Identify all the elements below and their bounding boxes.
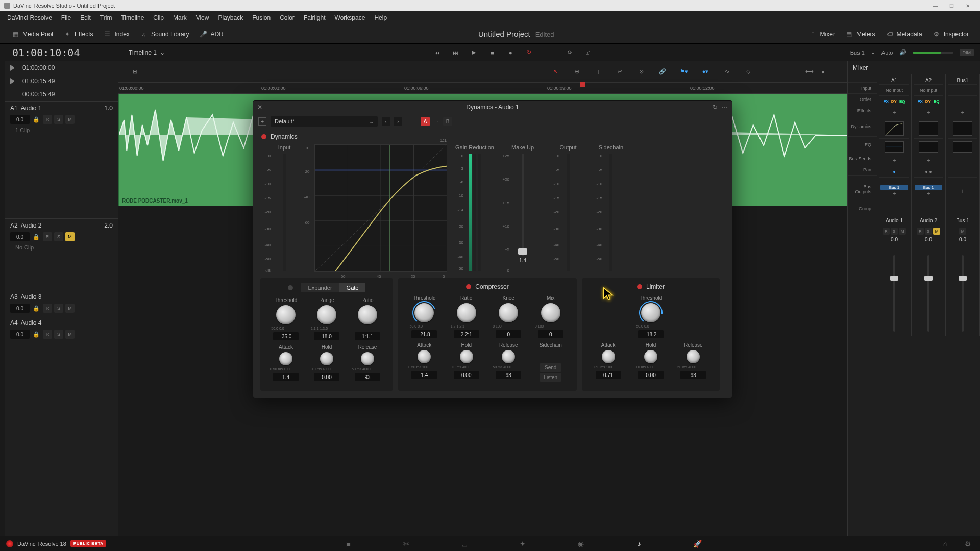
inspector-button[interactable]: ⚙Inspector	[927, 28, 974, 40]
link-tool[interactable]: 🔗	[656, 66, 669, 78]
pan-control[interactable]: ●	[879, 168, 909, 176]
stop-button[interactable]: ■	[486, 47, 498, 58]
track-header-a1[interactable]: A1 Audio 11.0 0.0 🔒 R S M 1 Clip	[5, 101, 118, 218]
timeline-selector[interactable]: Timeline 1⌄	[118, 49, 175, 56]
mute-button[interactable]: M	[65, 232, 75, 241]
fade-tool[interactable]: ◇	[742, 66, 754, 78]
add-preset-button[interactable]: +	[258, 117, 266, 126]
preset-next-button[interactable]: ›	[394, 117, 402, 126]
preset-select[interactable]: Default*⌄	[271, 116, 378, 127]
meters-button[interactable]: ▤Meters	[840, 28, 880, 40]
solo-button[interactable]: S	[54, 232, 63, 241]
lim-release-knob[interactable]	[687, 350, 700, 363]
limiter-enable-toggle[interactable]	[637, 284, 642, 289]
lim-threshold-knob[interactable]	[641, 303, 660, 322]
timeline-ruler[interactable]: 01:00:00:00 01:00:03:00 01:00:06:00 01:0…	[118, 83, 847, 94]
preset-prev-button[interactable]: ‹	[382, 117, 390, 126]
deliver-page-button[interactable]: 🚀	[691, 538, 703, 550]
reset-button[interactable]: ↻	[713, 104, 718, 111]
zoom-fit-button[interactable]: ⟷	[803, 66, 816, 78]
menu-fairlight[interactable]: Fairlight	[300, 12, 330, 23]
makeup-value[interactable]: 1.4	[519, 258, 526, 263]
fairlight-page-button[interactable]: ♪	[633, 538, 645, 550]
comp-hold-knob[interactable]	[460, 350, 473, 363]
close-button[interactable]: ✕	[960, 1, 976, 10]
timeline-view-button[interactable]: ⊞	[129, 66, 141, 78]
solo-button[interactable]: S	[54, 304, 63, 313]
sidechain-listen-button[interactable]: Listen	[540, 373, 561, 382]
menu-color[interactable]: Color	[276, 12, 299, 23]
zoom-slider[interactable]: ●────	[825, 66, 837, 78]
lock-icon[interactable]: 🔒	[32, 304, 41, 313]
index-button[interactable]: ☰Index	[99, 28, 135, 40]
comp-threshold-knob[interactable]	[414, 303, 434, 322]
sidechain-send-button[interactable]: Send	[540, 363, 561, 372]
menu-fusion[interactable]: Fusion	[248, 12, 275, 23]
dynamics-curve-graph[interactable]: 1:1 0 -20 -40 -60 -60 -40 -20 0	[314, 144, 447, 272]
menu-mark[interactable]: Mark	[169, 12, 191, 23]
menu-file[interactable]: File	[57, 12, 75, 23]
loop-button[interactable]: ↻	[523, 47, 534, 58]
speaker-icon[interactable]: 🔊	[899, 49, 906, 56]
solo-button[interactable]: S	[54, 115, 63, 124]
modal-menu-button[interactable]: ⋯	[722, 104, 728, 111]
arm-button[interactable]: R	[43, 232, 52, 241]
comp-knee-knob[interactable]	[499, 303, 518, 322]
mute-button[interactable]: M	[65, 330, 75, 339]
mixer-channel-bus1[interactable]: Bus1 + + Bus 1 M 0.0	[946, 74, 980, 336]
add-effect-button[interactable]: +	[879, 108, 909, 117]
modal-titlebar[interactable]: ✕ Dynamics - Audio 1 ↻⋯	[253, 101, 732, 114]
eq-graph[interactable]	[885, 141, 904, 153]
fusion-page-button[interactable]: ✦	[517, 538, 529, 550]
project-settings-button[interactable]: ⚙	[962, 538, 974, 550]
auto-label[interactable]: Auto	[881, 49, 893, 56]
menu-trim[interactable]: Trim	[96, 12, 116, 23]
track-header-a3[interactable]: A3 Audio 3 0.0 🔒 R S M	[5, 290, 118, 316]
comp-ratio-knob[interactable]	[457, 303, 476, 322]
bus-output[interactable]: Bus 1	[880, 185, 908, 190]
adr-button[interactable]: 🎤ADR	[194, 28, 229, 40]
waveform-tool[interactable]: ∿	[721, 66, 733, 78]
volume-slider[interactable]	[913, 52, 953, 54]
gate-hold-knob[interactable]	[320, 352, 333, 365]
dynamics-graph[interactable]	[885, 121, 904, 136]
mixer-channel-a1[interactable]: A1 No Input FXDYEQ + + ● Bus 1+ Audio 1 …	[877, 74, 912, 336]
home-button[interactable]: ⌂	[939, 538, 951, 550]
snap-tool[interactable]: ⊙	[635, 66, 647, 78]
gate-attack-knob[interactable]	[279, 352, 292, 365]
menu-edit[interactable]: Edit	[76, 12, 95, 23]
razor-tool[interactable]: ✂	[614, 66, 626, 78]
ab-copy-icon[interactable]: →	[434, 119, 439, 124]
range-tool[interactable]: ⊕	[571, 66, 583, 78]
solo-button[interactable]: S	[54, 330, 63, 339]
menu-clip[interactable]: Clip	[149, 12, 168, 23]
bus-selector[interactable]: Bus 1	[850, 49, 865, 56]
track-volume[interactable]: 0.0	[10, 330, 30, 339]
menu-davinci[interactable]: DaVinci Resolve	[3, 12, 56, 23]
marker-tool[interactable]: ●▾	[699, 66, 712, 78]
rewind-button[interactable]: ⏮	[431, 47, 443, 58]
compressor-enable-toggle[interactable]	[466, 284, 471, 289]
gate-range-knob[interactable]	[317, 305, 336, 324]
comp-release-knob[interactable]	[502, 350, 515, 363]
lim-hold-knob[interactable]	[644, 350, 657, 363]
channel-fader[interactable]	[927, 255, 929, 332]
channel-fader[interactable]	[962, 255, 964, 332]
track-volume[interactable]: 0.0	[10, 115, 30, 124]
minimize-button[interactable]: —	[927, 1, 943, 10]
track-header-a4[interactable]: A4 Audio 4 0.0 🔒 R S M	[5, 316, 118, 342]
media-page-button[interactable]: ▣	[342, 538, 354, 550]
expgate-enable-toggle[interactable]	[288, 285, 293, 290]
gate-tab[interactable]: Gate	[339, 283, 366, 292]
dynamics-modal[interactable]: ✕ Dynamics - Audio 1 ↻⋯ + Default*⌄ ‹ › …	[253, 100, 732, 398]
metadata-button[interactable]: 🏷Metadata	[880, 28, 927, 40]
lim-attack-knob[interactable]	[602, 350, 615, 363]
automation-button[interactable]: ⟳	[564, 47, 575, 58]
record-button[interactable]: ●	[505, 47, 516, 58]
mute-button[interactable]: M	[65, 115, 75, 124]
play-button[interactable]: ▶	[468, 47, 479, 58]
flag-tool[interactable]: ⚑▾	[678, 66, 690, 78]
lock-icon[interactable]: 🔒	[32, 232, 41, 241]
ab-b-button[interactable]: B	[443, 117, 452, 126]
menu-playback[interactable]: Playback	[214, 12, 247, 23]
